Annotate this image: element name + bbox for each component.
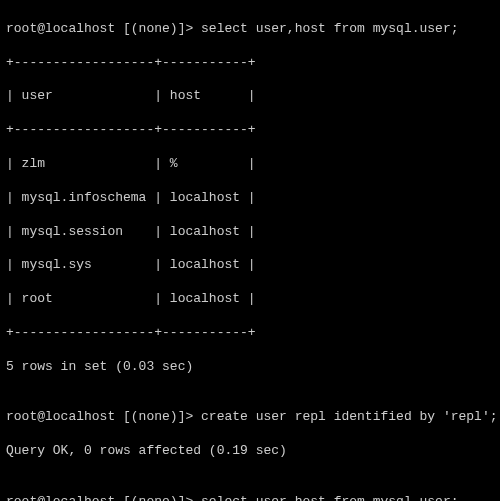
prompt: root@localhost [(none)]> bbox=[6, 409, 193, 424]
prompt: root@localhost [(none)]> bbox=[6, 494, 193, 501]
table-border: +------------------+-----------+ bbox=[6, 325, 494, 342]
table-row: | mysql.session | localhost | bbox=[6, 224, 494, 241]
prompt: root@localhost [(none)]> bbox=[6, 21, 193, 36]
prompt-line: root@localhost [(none)]> select user,hos… bbox=[6, 494, 494, 501]
table-row: | mysql.infoschema | localhost | bbox=[6, 190, 494, 207]
sql-command: select user,host from mysql.user; bbox=[201, 21, 458, 36]
terminal[interactable]: root@localhost [(none)]> select user,hos… bbox=[0, 0, 500, 501]
prompt-line: root@localhost [(none)]> create user rep… bbox=[6, 409, 494, 426]
sql-command: select user,host from mysql.user; bbox=[201, 494, 458, 501]
table-header: | user | host | bbox=[6, 88, 494, 105]
query-ok: Query OK, 0 rows affected (0.19 sec) bbox=[6, 443, 494, 460]
table-border: +------------------+-----------+ bbox=[6, 122, 494, 139]
prompt-line: root@localhost [(none)]> select user,hos… bbox=[6, 21, 494, 38]
table-row: | zlm | % | bbox=[6, 156, 494, 173]
result-footer: 5 rows in set (0.03 sec) bbox=[6, 359, 494, 376]
table-row: | mysql.sys | localhost | bbox=[6, 257, 494, 274]
sql-command: create user repl identified by 'repl'; bbox=[201, 409, 497, 424]
table-border: +------------------+-----------+ bbox=[6, 55, 494, 72]
table-row: | root | localhost | bbox=[6, 291, 494, 308]
